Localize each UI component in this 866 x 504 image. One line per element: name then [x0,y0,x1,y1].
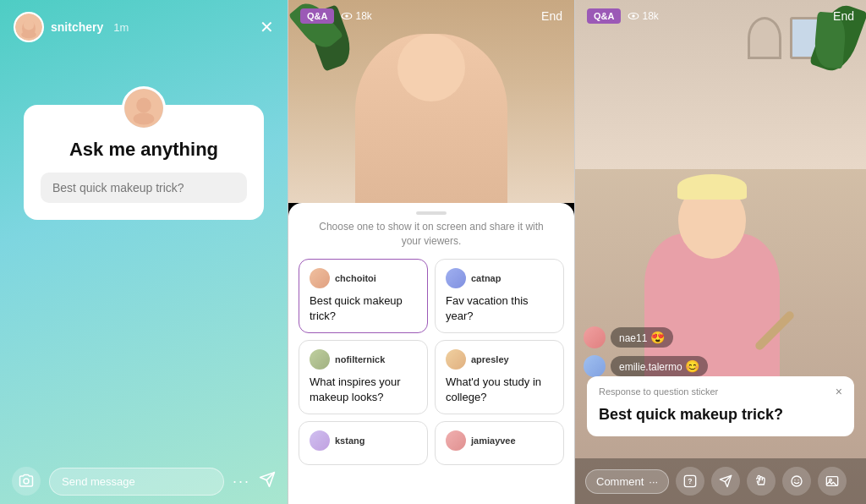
panel-live-response: Q&A 18k End nae11 😍 emilie.talermo 😊 [575,0,866,504]
response-sticker-close-button[interactable]: × [836,385,842,398]
comment-text: nae11 😍 [611,327,673,348]
svg-point-3 [21,30,36,38]
svg-point-14 [792,476,802,486]
qa-item-username: chchoitoi [335,273,376,283]
qa-badge: Q&A [587,8,621,24]
close-icon[interactable]: ✕ [260,17,274,37]
qa-item-text: Fav vacation this year? [446,293,553,324]
qa-item-avatar [446,430,466,451]
qa-item-header: jamiayvee [446,430,553,451]
qa-card-title: Ask me anything [69,139,218,161]
qa-question-item[interactable]: jamiayvee [435,421,564,465]
svg-point-7 [24,479,29,484]
qa-item-text: What'd you study in college? [446,375,553,405]
response-sticker-label: Response to question sticker [599,386,718,397]
svg-text:?: ? [688,477,693,485]
end-button[interactable]: End [833,9,854,23]
live-comments: nae11 😍 emilie.talermo 😊 [584,326,708,377]
photo-icon-button[interactable] [818,467,847,496]
question-icon-button[interactable]: ? [676,467,704,496]
qa-item-username: nofilternick [335,354,385,364]
qa-item-header: kstang [310,430,417,451]
qa-question-item[interactable]: apresley What'd you study in college? [435,340,564,414]
panel3-top-bar: Q&A 18k End [575,8,866,24]
response-sticker-header: Response to question sticker × [599,385,842,398]
comment-avatar [584,355,606,377]
story-footer: Send message ··· [0,458,288,504]
more-icon[interactable]: ··· [233,473,250,490]
story-time: 1m [113,21,129,34]
qa-item-header: catnap [446,268,553,288]
emoji-icon-button[interactable] [782,467,811,496]
story-username: snitchery [51,20,103,34]
comment-button[interactable]: Comment ··· [585,469,669,494]
qa-item-header: nofilternick [310,349,417,370]
comment-item: emilie.talermo 😊 [584,355,708,377]
panel2-video-background [288,0,574,203]
qa-item-avatar [446,349,466,370]
svg-point-15 [795,479,796,480]
qa-card-avatar [122,86,166,130]
qa-item-username: apresley [471,354,509,364]
svg-point-2 [24,19,34,30]
qa-question-item[interactable]: kstang [299,421,428,465]
story-header: snitchery 1m ✕ [0,0,288,54]
panel-story-view: snitchery 1m ✕ Ask me anything Send mess… [0,0,288,504]
qa-item-header: apresley [446,349,553,370]
story-avatar [14,12,44,42]
response-sticker-card: Response to question sticker × Best quic… [587,376,854,436]
qa-item-header: chchoitoi [310,268,417,288]
end-button[interactable]: End [541,9,562,23]
qa-item-text: What inspires your makeup looks? [310,375,417,405]
svg-point-9 [346,14,349,18]
drag-handle [416,211,447,215]
svg-point-6 [134,112,155,124]
qa-sticker-card: Ask me anything [24,105,264,220]
svg-point-18 [830,479,832,481]
qa-item-avatar [310,430,330,451]
qa-question-item[interactable]: chchoitoi Best quick makeup trick? [299,259,428,333]
qa-question-item[interactable]: nofilternick What inspires your makeup l… [299,340,428,414]
comment-item: nae11 😍 [584,326,708,348]
qa-question-item[interactable]: catnap Fav vacation this year? [435,259,564,333]
qa-item-username: kstang [335,436,364,446]
panel-qa-list: Q&A 18k End Choose one to show it on scr… [288,0,575,504]
qa-badge: Q&A [300,8,334,24]
send-message-button[interactable]: Send message [49,468,224,496]
response-sticker-text: Best quick makeup trick? [599,405,842,425]
svg-point-11 [633,14,636,18]
panel2-question-sheet: Choose one to show it on screen and shar… [288,203,574,504]
send-icon-button[interactable] [711,467,740,496]
view-count: 18k [341,10,371,22]
qa-item-username: catnap [471,273,501,283]
comment-text: emilie.talermo 😊 [611,356,708,376]
qa-item-avatar [310,268,330,288]
qa-item-text: Best quick makeup trick? [310,293,417,324]
send-icon[interactable] [259,471,276,492]
qa-questions-grid: chchoitoi Best quick makeup trick? catna… [288,259,574,466]
camera-icon[interactable] [12,467,41,496]
qa-item-avatar [446,268,466,288]
panel2-top-bar: Q&A 18k End [288,8,574,24]
panel2-subtitle: Choose one to show it on screen and shar… [288,220,574,249]
svg-point-5 [136,98,151,113]
qa-item-username: jamiayvee [471,436,516,446]
qa-card-input[interactable] [41,173,247,203]
wave-icon-button[interactable] [747,467,776,496]
qa-item-avatar [310,349,330,370]
comment-avatar [584,326,606,348]
svg-point-16 [798,479,799,480]
panel3-footer: Comment ··· ? [575,458,866,504]
view-count: 18k [628,10,658,22]
